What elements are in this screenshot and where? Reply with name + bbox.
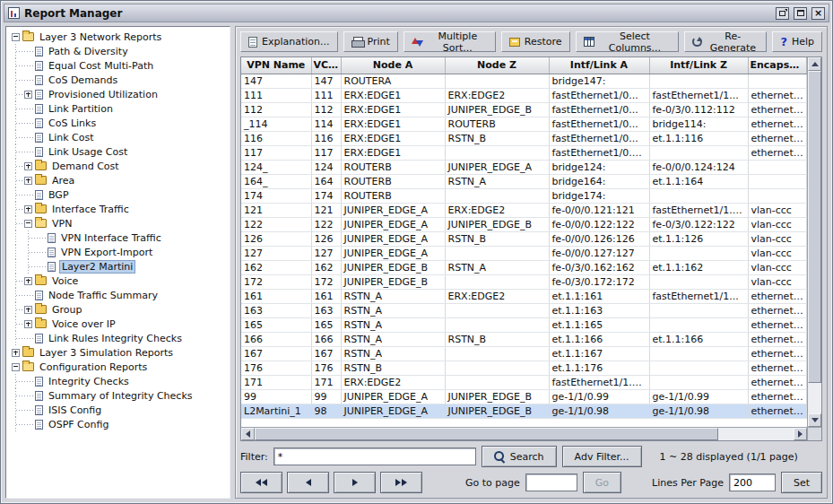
collapse-icon[interactable] — [12, 33, 20, 41]
table-cell[interactable]: et.1.1:164 — [649, 174, 748, 188]
table-cell[interactable]: et.1.1:161 — [549, 289, 649, 303]
table-cell[interactable]: ERX:EDGE1 — [341, 88, 445, 102]
table-row[interactable]: 163163RSTN_Aet.1.1:163ethernet-vlan — [241, 303, 807, 317]
table-cell[interactable]: fe-0/3/0.162:162 — [549, 260, 649, 274]
table-cell[interactable] — [748, 174, 807, 188]
table-cell[interactable]: 99 — [311, 389, 341, 404]
table-cell[interactable]: RSTN_B — [445, 332, 549, 346]
table-cell[interactable]: ROUTERA — [341, 74, 445, 88]
table-cell[interactable]: RSTN_A — [341, 317, 445, 332]
table-row[interactable]: 127127JUNIPER_EDGE_Afe-0/0/0.127:127vlan… — [241, 246, 807, 260]
table-cell[interactable]: et.1.1:163 — [549, 303, 649, 317]
table-cell[interactable]: et.1.1:165 — [549, 317, 649, 332]
scroll-left-button[interactable] — [241, 428, 255, 440]
table-cell[interactable]: 117 — [311, 145, 341, 160]
table-cell[interactable]: ge-1/1/0.99 — [649, 389, 748, 404]
horizontal-scroll-thumb[interactable] — [255, 428, 718, 440]
table-cell[interactable]: ROUTERB — [341, 174, 445, 188]
table-cell[interactable] — [649, 317, 748, 332]
table-cell[interactable]: ethernet-vlan — [748, 361, 807, 375]
tree-item-summary-of-integrity-checks[interactable]: Summary of Integrity Checks — [9, 388, 230, 403]
table-cell[interactable]: 127 — [241, 246, 311, 260]
table-cell[interactable]: 124 — [311, 160, 341, 174]
go-button[interactable]: Go — [583, 472, 621, 493]
table-cell[interactable]: ethernet-vlan — [748, 102, 807, 117]
table-cell[interactable]: fastEthernet1/0... — [549, 88, 649, 102]
table-cell[interactable]: ERX:EDGE1 — [341, 102, 445, 117]
table-cell[interactable] — [649, 361, 748, 375]
table-cell[interactable]: 165 — [311, 317, 341, 332]
table-cell[interactable] — [649, 145, 748, 160]
table-cell[interactable]: RSTN_A — [341, 346, 445, 361]
table-cell[interactable]: vlan-ccc — [748, 274, 807, 289]
table-cell[interactable] — [649, 274, 748, 289]
vertical-scroll-thumb[interactable] — [808, 71, 821, 383]
table-cell[interactable]: vlan-ccc — [748, 246, 807, 260]
table-cell[interactable]: 161 — [311, 289, 341, 303]
table-cell[interactable]: ERX:EDGE1 — [341, 145, 445, 160]
table-cell[interactable]: ethernet-vlan — [748, 289, 807, 303]
tree-item-configuration-reports[interactable]: Configuration Reports — [9, 360, 230, 374]
table-cell[interactable]: fastEthernet1/0... — [549, 102, 649, 117]
table-cell[interactable]: fastEthernet1/0... — [549, 131, 649, 145]
table-row[interactable]: 121121JUNIPER_EDGE_AERX:EDGE2fe-0/0/0.12… — [241, 203, 807, 217]
table-cell[interactable]: ERX:EDGE2 — [341, 375, 445, 389]
tree-item-layer2-martini[interactable]: Layer2 Martini — [9, 259, 230, 274]
table-row[interactable]: L2Martini_198JUNIPER_EDGE_AJUNIPER_EDGE_… — [241, 404, 807, 418]
table-cell[interactable] — [649, 188, 748, 203]
table-cell[interactable]: RSTN_B — [445, 131, 549, 145]
prev-page-button[interactable] — [287, 472, 329, 493]
table-row[interactable]: 9999JUNIPER_EDGE_AJUNIPER_EDGE_Bge-1/1/0… — [241, 389, 807, 404]
expand-icon[interactable] — [24, 306, 32, 314]
table-cell[interactable]: JUNIPER_EDGE_B — [445, 404, 549, 418]
table-row[interactable]: 172172JUNIPER_EDGE_Bfe-0/3/0.172:172vlan… — [241, 274, 807, 289]
table-cell[interactable]: 163 — [311, 303, 341, 317]
table-cell[interactable]: 111 — [311, 88, 341, 102]
scroll-right-button[interactable] — [794, 428, 807, 440]
table-cell[interactable] — [445, 346, 549, 361]
table-cell[interactable]: 121 — [241, 203, 311, 217]
table-cell[interactable] — [748, 188, 807, 203]
expand-icon[interactable] — [24, 177, 32, 185]
table-cell[interactable]: 164_ — [241, 174, 311, 188]
table-cell[interactable]: 147 — [311, 74, 341, 88]
table-cell[interactable] — [649, 74, 748, 88]
horizontal-scroll-track[interactable] — [255, 428, 794, 440]
table-cell[interactable]: vlan-ccc — [748, 217, 807, 231]
detach-window-button[interactable] — [776, 7, 789, 20]
table-cell[interactable]: ERX:EDGE2 — [445, 88, 549, 102]
table-cell[interactable]: fe-0/3/0.122:122 — [649, 217, 748, 231]
table-cell[interactable]: JUNIPER_EDGE_B — [341, 274, 445, 289]
table-cell[interactable]: JUNIPER_EDGE_B — [445, 102, 549, 117]
table-cell[interactable]: JUNIPER_EDGE_A — [341, 404, 445, 418]
column-header-vpn-name[interactable]: VPN Name — [241, 57, 311, 74]
horizontal-scrollbar[interactable] — [241, 427, 821, 440]
table-cell[interactable]: 126 — [241, 231, 311, 246]
restore-button[interactable]: Restore — [501, 31, 570, 52]
table-cell[interactable]: 162 — [311, 260, 341, 274]
table-cell[interactable]: fe-0/0/0.121:121 — [549, 203, 649, 217]
table-cell[interactable]: et.1.1:166 — [649, 332, 748, 346]
table-cell[interactable]: 162 — [241, 260, 311, 274]
table-cell[interactable]: 165 — [241, 317, 311, 332]
table-cell[interactable] — [649, 375, 748, 389]
collapse-icon[interactable] — [12, 363, 20, 371]
expand-icon[interactable] — [24, 205, 32, 213]
table-cell[interactable] — [445, 317, 549, 332]
table-cell[interactable]: 166 — [311, 332, 341, 346]
tree-item-cos-demands[interactable]: CoS Demands — [9, 73, 230, 87]
table-cell[interactable]: ROUTERB — [341, 188, 445, 203]
table-cell[interactable]: fastEthernet1/1.1... — [549, 375, 649, 389]
table-cell[interactable]: fe-0/0/0.124:124 — [649, 160, 748, 174]
table-cell[interactable]: JUNIPER_EDGE_A — [341, 231, 445, 246]
table-cell[interactable]: ERX:EDGE1 — [341, 117, 445, 131]
table-cell[interactable]: 112 — [241, 102, 311, 117]
table-cell[interactable] — [649, 246, 748, 260]
table-cell[interactable]: 116 — [311, 131, 341, 145]
tree-item-path-diversity[interactable]: Path & Diversity — [9, 44, 230, 58]
next-page-button[interactable] — [334, 472, 376, 493]
expand-icon[interactable] — [24, 162, 32, 170]
table-row[interactable]: 112112ERX:EDGE1JUNIPER_EDGE_BfastEtherne… — [241, 102, 807, 117]
table-cell[interactable]: bridge147: — [549, 74, 649, 88]
table-cell[interactable] — [445, 303, 549, 317]
